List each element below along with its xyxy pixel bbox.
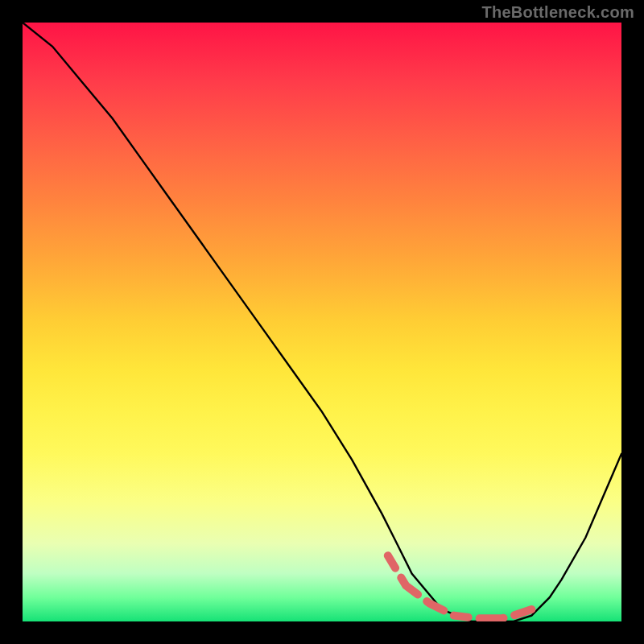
- plot-area: [23, 23, 621, 621]
- valley-highlight-dashed: [388, 555, 532, 618]
- watermark-text: TheBottleneck.com: [481, 3, 634, 22]
- chart-root: TheBottleneck.com: [0, 0, 644, 644]
- gradient-plot: [23, 23, 621, 621]
- bottleneck-curve: [23, 23, 621, 621]
